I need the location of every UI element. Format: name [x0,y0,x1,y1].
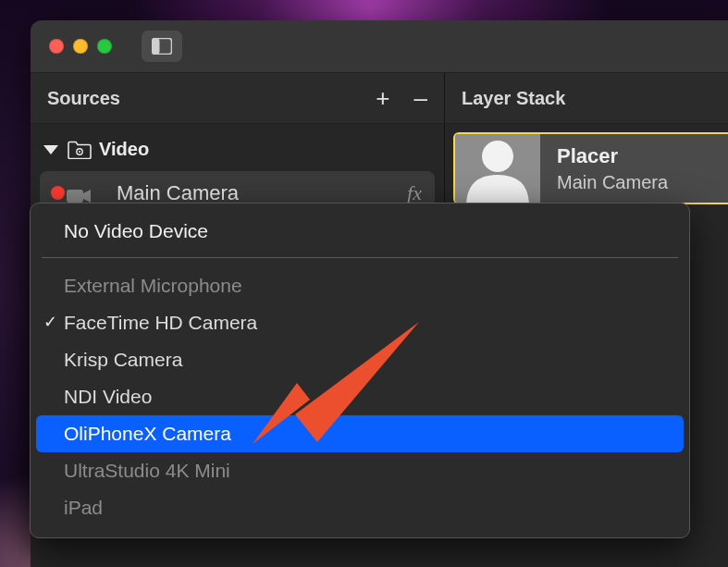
sources-group-label: Video [99,139,149,160]
sources-title: Sources [47,88,120,109]
layer-card[interactable]: Placer Main Camera [453,132,728,204]
titlebar[interactable] [31,20,728,72]
menu-header-no-device[interactable]: No Video Device [36,213,684,250]
layer-stack-title: Layer Stack [462,88,565,109]
menu-item-ndi-video[interactable]: NDI Video [36,378,684,415]
sources-panel: Video Main Camera fx [31,124,445,215]
svg-point-3 [79,151,80,153]
disclosure-triangle-icon[interactable] [43,145,58,154]
menu-header-label: No Video Device [64,220,208,242]
remove-source-button[interactable]: – [414,84,427,113]
sidebar-icon [152,38,172,55]
add-source-button[interactable]: + [376,84,389,113]
sources-panel-header: Sources + – [31,73,445,123]
menu-item-external-microphone: External Microphone [36,267,684,304]
toggle-sidebar-button[interactable] [142,31,182,62]
layer-title: Placer [557,144,668,168]
window-controls [49,39,112,54]
layer-thumbnail [455,134,540,203]
svg-rect-1 [153,39,160,55]
menu-item-label: Krisp Camera [64,349,182,371]
layer-subtitle: Main Camera [557,172,668,193]
menu-item-label: NDI Video [64,386,152,408]
menu-item-label: iPad [64,497,103,519]
menu-item-label: UltraStudio 4K Mini [64,460,230,482]
menu-item-label: External Microphone [64,275,242,297]
layer-stack-panel-header: Layer Stack [445,73,728,123]
live-indicator-icon [51,186,65,200]
menu-item-facetime-hd-camera[interactable]: ✓ FaceTime HD Camera [36,304,684,341]
video-device-menu[interactable]: No Video Device External Microphone ✓ Fa… [30,203,690,538]
panel-headers: Sources + – Layer Stack [31,72,728,124]
zoom-window-button[interactable] [97,39,112,54]
menu-item-label: FaceTime HD Camera [64,312,257,334]
folder-gear-icon [68,141,92,159]
svg-point-6 [482,141,513,172]
menu-item-label: OliPhoneX Camera [64,423,231,445]
menu-item-ultrastudio-4k-mini: UltraStudio 4K Mini [36,452,684,489]
layer-stack-panel: Placer Main Camera [445,124,728,215]
checkmark-icon: ✓ [43,312,57,332]
sources-group-header[interactable]: Video [31,133,444,169]
svg-rect-4 [67,190,83,203]
menu-item-ipad: iPad [36,489,684,526]
menu-item-krisp-camera[interactable]: Krisp Camera [36,341,684,378]
fx-badge[interactable]: fx [407,181,422,205]
menu-item-oliphonex-camera[interactable]: OliPhoneX Camera [36,415,684,452]
close-window-button[interactable] [49,39,64,54]
menu-separator [42,257,678,258]
source-item-label: Main Camera [117,181,239,205]
minimize-window-button[interactable] [73,39,88,54]
